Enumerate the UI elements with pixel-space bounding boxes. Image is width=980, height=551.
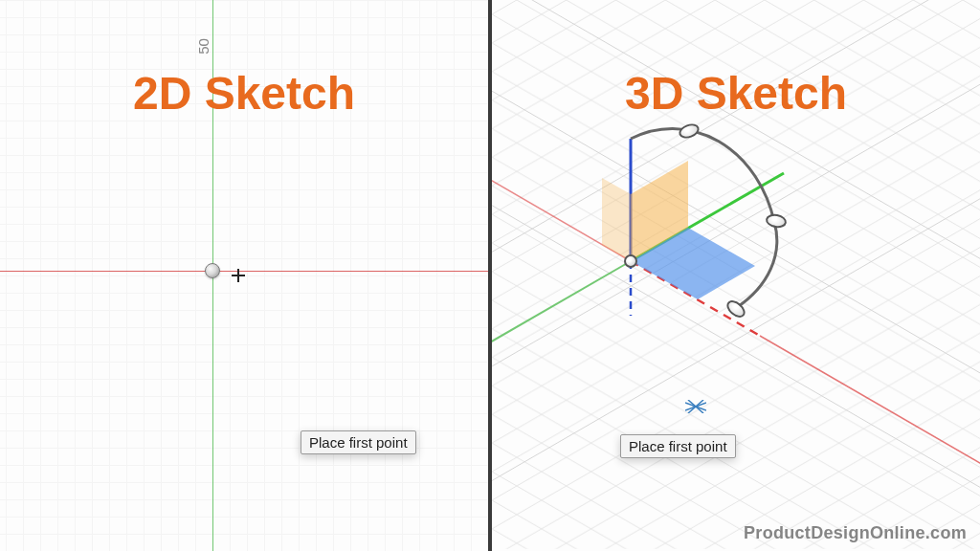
origin-point-2d-icon[interactable] bbox=[205, 263, 220, 278]
panel-2d-sketch[interactable]: 50 2D Sketch Place first point bbox=[0, 0, 492, 551]
tooltip-2d: Place first point bbox=[301, 430, 416, 454]
dimension-label: 50 bbox=[195, 38, 212, 55]
svg-marker-15 bbox=[602, 178, 631, 261]
tooltip-3d: Place first point bbox=[620, 434, 736, 458]
panel-3d-sketch[interactable]: 3D Sketch Place first point ProductDesig… bbox=[492, 0, 980, 551]
split-container: 50 2D Sketch Place first point bbox=[0, 0, 980, 551]
panel-title-2d: 2D Sketch bbox=[133, 67, 355, 120]
crosshair-cursor-icon bbox=[232, 269, 245, 282]
origin-point-3d-icon[interactable] bbox=[624, 254, 637, 268]
panel-title-3d: 3D Sketch bbox=[625, 67, 847, 120]
watermark: ProductDesignOnline.com bbox=[744, 523, 967, 543]
